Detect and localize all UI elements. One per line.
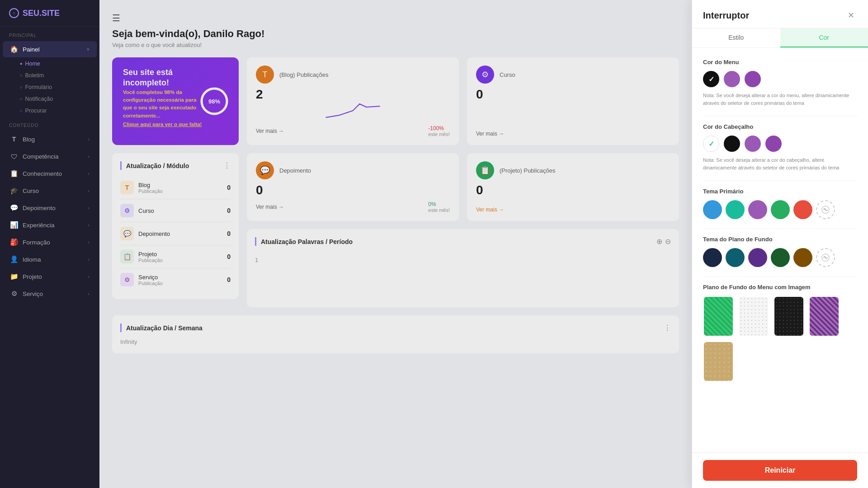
- update-curso-icon: ⚙: [120, 204, 134, 217]
- bg-theme-dark-brown[interactable]: [793, 248, 812, 267]
- tab-estilo[interactable]: Estilo: [692, 28, 780, 47]
- update-item-depoimento: 💬 Depoimento 0: [120, 222, 231, 245]
- theme-teal[interactable]: [726, 200, 745, 219]
- stats-card-blog: T (Blog) Publicações 2 Ver mais → -100% …: [247, 57, 459, 145]
- dep-change-label: este mês!: [428, 207, 450, 213]
- update-module-menu-icon[interactable]: ⋮: [223, 161, 231, 170]
- chevron-right-icon-projeto: ›: [88, 274, 90, 279]
- sidebar-item-blog[interactable]: T Blog ›: [3, 131, 97, 147]
- sidebar-item-label-painel: Painel: [23, 46, 40, 53]
- proj-ver-mais-link[interactable]: Ver mais →: [476, 206, 504, 213]
- sidebar-sub-formulario[interactable]: Formulário: [0, 81, 99, 93]
- hamburger-menu[interactable]: ☰: [112, 13, 679, 23]
- dashboard-top-row: Seu site está incompleto! Você completou…: [112, 57, 679, 145]
- header-color-purple-light[interactable]: [745, 136, 761, 152]
- menu-color-black[interactable]: [703, 71, 719, 87]
- theme-green[interactable]: [771, 200, 790, 219]
- knowledge-icon: 📋: [10, 169, 18, 178]
- sidebar-item-experiencia[interactable]: 📊 Experiência ›: [3, 217, 97, 233]
- sidebar-item-label-servico: Serviço: [23, 291, 43, 297]
- update-blog-info: Blog Publicação: [138, 182, 163, 194]
- incomplete-title: Seu site está incompleto!: [123, 67, 204, 89]
- sidebar-item-servico[interactable]: ⚙ Serviço ›: [3, 286, 97, 302]
- day-week-header: Atualização Dia / Semana ⋮: [120, 324, 671, 332]
- dep-stats-title: Depoimento: [279, 167, 311, 174]
- blog-icon: T: [10, 135, 18, 143]
- menu-color-purple-mid[interactable]: [745, 71, 761, 87]
- bg-theme-dark-purple[interactable]: [748, 248, 767, 267]
- bg-swatch-black-dots[interactable]: [774, 296, 804, 337]
- sidebar-sub-home[interactable]: Home: [0, 58, 99, 70]
- bg-theme-dark-blue[interactable]: [703, 248, 722, 267]
- blog-stats-footer: Ver mais → -100% este mês!: [256, 125, 450, 137]
- dep-stats-footer: Ver mais → 0% este mês!: [256, 201, 450, 213]
- blog-ver-mais-link[interactable]: Ver mais →: [256, 128, 284, 134]
- header-color-black[interactable]: [724, 136, 740, 152]
- sidebar-sub-notificacao[interactable]: Notificação: [0, 93, 99, 105]
- tab-cor[interactable]: Cor: [780, 28, 868, 47]
- menu-color-label: Cor do Menu: [703, 59, 857, 66]
- header-color-white[interactable]: [703, 136, 719, 152]
- sidebar-item-painel[interactable]: 🏠 Painel ▾: [3, 41, 97, 57]
- section-label-principal: PRINCIPAL: [0, 27, 99, 41]
- words-zoom-icons[interactable]: ⊕ ⊖: [656, 237, 671, 246]
- stats-right-col: 💬 Depoimento 0 Ver mais → 0% este mês!: [247, 153, 679, 307]
- sidebar-item-competencia[interactable]: 🛡 Competência ›: [3, 148, 97, 164]
- theme-red[interactable]: [793, 200, 812, 219]
- bg-theme-custom[interactable]: [816, 248, 835, 267]
- stats-card-curso: ⚙ Curso 0 Ver mais →: [467, 57, 679, 145]
- experience-icon: 📊: [10, 221, 18, 229]
- update-curso-count: 0: [227, 207, 231, 214]
- proj-stats-footer: Ver mais →: [476, 206, 670, 213]
- theme-blue[interactable]: [703, 200, 722, 219]
- sidebar-item-conhecimento[interactable]: 📋 Conhecimento ›: [3, 165, 97, 182]
- incomplete-percent: 98%: [164, 89, 175, 95]
- chevron-down-icon: ▾: [87, 47, 90, 52]
- dep-change-value: 0%: [428, 201, 450, 207]
- sidebar-item-projeto[interactable]: 📁 Projeto ›: [3, 268, 97, 285]
- reiniciar-button[interactable]: Reiniciar: [703, 460, 857, 481]
- stats-header-curso: ⚙ Curso: [476, 66, 670, 84]
- sidebar-sub-procurar[interactable]: Procurar: [0, 105, 99, 117]
- theme-purple[interactable]: [748, 200, 767, 219]
- update-module-section: Atualização / Módulo ⋮ T Blog Publicação…: [112, 153, 239, 299]
- day-week-menu-icon[interactable]: ⋮: [664, 324, 671, 332]
- theme-custom[interactable]: [816, 200, 835, 219]
- sidebar-item-depoimento[interactable]: 💬 Depoimento ›: [3, 200, 97, 216]
- bg-theme-dark-teal[interactable]: [726, 248, 745, 267]
- chevron-right-icon-idioma: ›: [88, 257, 90, 262]
- sidebar-item-label-idioma: Idioma: [23, 256, 41, 263]
- bg-theme-dark-green[interactable]: [771, 248, 790, 267]
- header-color-purple-mid[interactable]: [765, 136, 782, 152]
- logo: ○ SEU.SITE: [0, 0, 99, 27]
- close-button[interactable]: ✕: [844, 9, 857, 22]
- incomplete-link[interactable]: Clique aqui para ver o que falta!: [123, 122, 202, 127]
- sidebar-sub-boletim[interactable]: Boletim: [0, 70, 99, 81]
- formation-icon: 🎒: [10, 238, 18, 246]
- menu-color-purple-light[interactable]: [724, 71, 740, 87]
- dep-ver-mais-link[interactable]: Ver mais →: [256, 204, 284, 210]
- sidebar-item-label-experiencia: Experiência: [23, 222, 55, 229]
- zoom-out-icon[interactable]: ⊖: [665, 237, 671, 246]
- update-curso-name: Curso: [138, 207, 154, 214]
- bg-swatch-purple[interactable]: [809, 296, 840, 337]
- progress-value: 98%: [208, 98, 220, 105]
- header-color-note: Nota: Se você deseja alterar a cor do ca…: [703, 156, 857, 171]
- zoom-in-icon[interactable]: ⊕: [656, 237, 662, 246]
- sidebar-item-formacao[interactable]: 🎒 Formação ›: [3, 234, 97, 250]
- curso-ver-mais-link[interactable]: Ver mais →: [476, 131, 504, 137]
- blog-stats-value: 2: [256, 87, 450, 102]
- chevron-right-icon-competencia: ›: [88, 154, 90, 159]
- blog-stats-icon: T: [256, 66, 274, 84]
- update-dep-name: Depoimento: [138, 230, 170, 237]
- bg-swatch-white-dots[interactable]: [738, 296, 769, 337]
- chevron-right-icon-curso: ›: [88, 188, 90, 193]
- curso-stats-icon: ⚙: [476, 66, 494, 84]
- bg-swatch-beige[interactable]: [703, 341, 734, 382]
- sidebar-item-curso[interactable]: 🎓 Curso ›: [3, 183, 97, 199]
- bg-swatch-green[interactable]: [703, 296, 734, 337]
- sidebar-item-idioma[interactable]: 👤 Idioma ›: [3, 251, 97, 267]
- incomplete-desc-before: Você completou: [123, 89, 164, 95]
- divider-3: [703, 228, 857, 229]
- update-blog-icon: T: [120, 181, 134, 194]
